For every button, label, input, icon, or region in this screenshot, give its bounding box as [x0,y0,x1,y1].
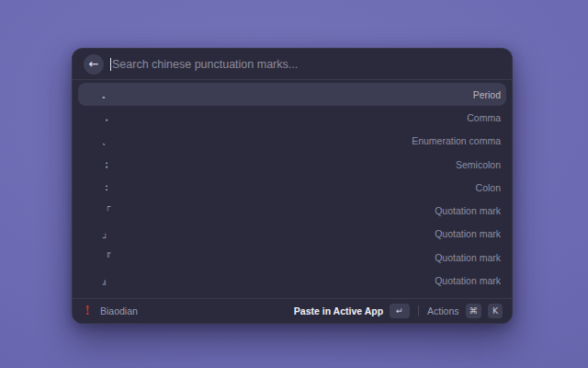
item-label: Enumeration comma [412,135,501,146]
text-cursor [110,58,111,71]
item-label: Semicolon [456,159,501,170]
list-item[interactable]: ： Colon [78,176,506,199]
item-label: Quotation mark [435,275,501,286]
back-button[interactable]: ← [84,54,104,75]
item-label: Quotation mark [435,228,501,239]
punctuation-mark: 、 [100,134,113,148]
enter-key-icon: ↵ [390,304,410,318]
search-input[interactable] [112,58,501,71]
punctuation-mark: ， [100,110,113,124]
list-item[interactable]: ， Comma [78,106,506,129]
list-item[interactable]: 『 Quotation mark [78,246,506,269]
k-key-icon: K [488,304,503,318]
item-label: Period [473,89,501,100]
footer-bar: ! Biaodian Paste in Active App ↵ Actions… [73,298,512,323]
footer-divider [418,305,419,316]
list-item[interactable]: 、 Enumeration comma [78,130,506,153]
list-item[interactable]: 。 Period [78,83,506,106]
launcher-window: ← 。 Period ， Comma 、 Enumeration comma ；… [72,48,513,324]
punctuation-mark: 『 [100,250,113,264]
biaodian-app-icon: ! [82,304,93,318]
actions-button[interactable]: Actions ⌘ K [427,304,503,318]
app-name: Biaodian [100,305,138,316]
list-item[interactable]: ； Semicolon [78,153,506,176]
punctuation-mark: 」 [100,227,113,241]
punctuation-mark: 』 [100,274,113,288]
item-label: Colon [476,182,501,193]
punctuation-mark: ； [100,157,113,171]
paste-action-label: Paste in Active App [294,305,383,316]
paste-in-active-app-button[interactable]: Paste in Active App ↵ [294,304,410,318]
list-item[interactable]: 』 Quotation mark [78,269,506,292]
punctuation-mark: 「 [100,204,113,218]
list-item[interactable]: 「 Quotation mark [78,199,506,222]
punctuation-mark: 。 [100,87,113,101]
item-label: Quotation mark [435,205,501,216]
item-label: Comma [467,112,501,123]
list-item[interactable]: 」 Quotation mark [78,223,506,246]
punctuation-mark: ： [100,180,113,194]
actions-label: Actions [427,305,458,316]
item-label: Quotation mark [435,252,501,263]
arrow-left-icon: ← [89,57,99,71]
search-bar: ← [73,49,512,80]
result-list: 。 Period ， Comma 、 Enumeration comma ； S… [73,80,512,295]
cmd-key-icon: ⌘ [466,304,482,318]
